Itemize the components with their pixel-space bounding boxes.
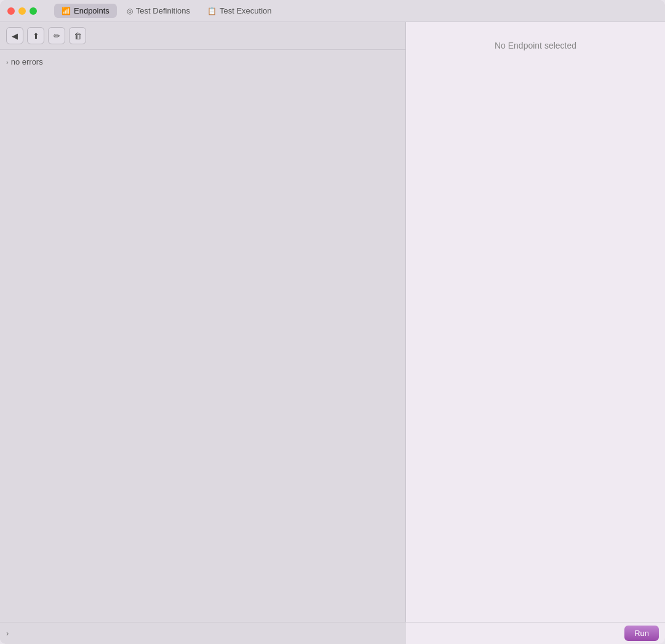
titlebar: 📶 Endpoints ◎ Test Definitions 📋 Test Ex… <box>0 0 665 22</box>
tab-test-execution-label: Test Execution <box>220 6 272 15</box>
no-endpoint-message: No Endpoint selected <box>495 41 576 50</box>
test-execution-icon: 📋 <box>207 7 217 15</box>
chevron-right-icon: › <box>6 58 9 66</box>
test-definitions-icon: ◎ <box>127 7 133 15</box>
tab-test-definitions-label: Test Definitions <box>136 6 190 15</box>
minimize-button[interactable] <box>18 7 26 15</box>
close-button[interactable] <box>7 7 15 15</box>
maximize-button[interactable] <box>30 7 37 15</box>
main-content: ◀ ⬆ ✏ 🗑 › no errors <box>0 22 665 622</box>
run-button[interactable]: Run <box>624 626 659 641</box>
window-bottom: › Run <box>0 622 665 644</box>
endpoints-icon: 📶 <box>62 7 71 15</box>
trash-icon: 🗑 <box>74 31 82 41</box>
tab-test-definitions[interactable]: ◎ Test Definitions <box>119 4 197 18</box>
no-errors-item[interactable]: › no errors <box>6 56 399 68</box>
back-button[interactable]: ◀ <box>6 27 23 44</box>
tab-test-execution[interactable]: 📋 Test Execution <box>200 4 279 18</box>
tab-endpoints-label: Endpoints <box>74 6 110 15</box>
left-panel: ◀ ⬆ ✏ 🗑 › no errors <box>0 22 406 622</box>
bottom-left: › <box>0 622 406 644</box>
bottom-chevron-icon[interactable]: › <box>6 629 9 638</box>
no-errors-label: no errors <box>11 57 43 66</box>
share-button[interactable]: ⬆ <box>27 27 44 44</box>
left-content: › no errors <box>0 50 405 622</box>
tab-endpoints[interactable]: 📶 Endpoints <box>54 4 117 18</box>
tab-bar: 📶 Endpoints ◎ Test Definitions 📋 Test Ex… <box>54 4 279 18</box>
back-icon: ◀ <box>12 31 18 41</box>
main-window: 📶 Endpoints ◎ Test Definitions 📋 Test Ex… <box>0 0 665 644</box>
toolbar: ◀ ⬆ ✏ 🗑 <box>0 22 405 50</box>
share-icon: ⬆ <box>33 31 39 41</box>
right-panel: No Endpoint selected <box>406 22 665 622</box>
delete-button[interactable]: 🗑 <box>69 27 86 44</box>
edit-button[interactable]: ✏ <box>48 27 65 44</box>
traffic-lights <box>7 7 37 15</box>
edit-icon: ✏ <box>54 31 60 41</box>
bottom-right: Run <box>406 622 665 644</box>
